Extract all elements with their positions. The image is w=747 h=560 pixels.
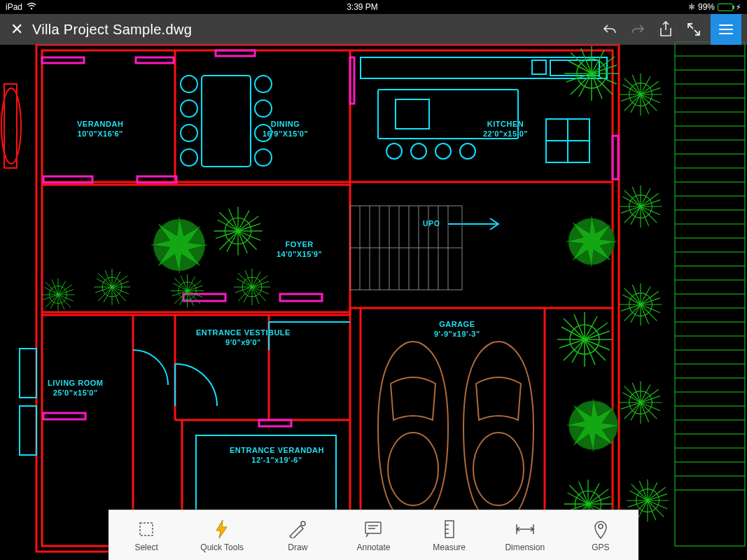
svg-point-37	[255, 125, 272, 141]
svg-point-33	[181, 125, 197, 141]
clock: 3:39 PM	[347, 2, 378, 12]
svg-rect-21	[216, 50, 255, 56]
annotate-icon	[363, 519, 384, 540]
redo-button[interactable]	[624, 15, 652, 43]
svg-rect-29	[613, 136, 618, 179]
app-header: ✕ Villa Project Sample.dwg	[0, 14, 747, 45]
fullscreen-button[interactable]	[680, 15, 708, 43]
svg-point-42	[411, 144, 426, 159]
bottom-toolbar: Select Quick Tools Draw Annotate Measure…	[109, 510, 638, 560]
select-icon	[136, 519, 157, 540]
svg-rect-19	[42, 57, 84, 63]
ios-status-bar: iPad 3:39 PM ✱ 99% ⚡︎	[0, 0, 747, 14]
drawing-canvas[interactable]	[0, 0, 747, 560]
tool-quick-tools[interactable]: Quick Tools	[184, 510, 260, 560]
menu-button[interactable]	[711, 14, 741, 45]
draw-icon	[287, 519, 308, 540]
svg-point-31	[181, 76, 197, 92]
wifi-icon	[27, 2, 36, 12]
measure-icon	[439, 519, 460, 540]
tool-draw[interactable]: Draw	[260, 510, 335, 560]
svg-rect-0	[42, 50, 613, 546]
svg-rect-56	[20, 406, 36, 455]
bluetooth-icon: ✱	[688, 2, 695, 12]
svg-rect-28	[350, 57, 354, 104]
svg-rect-27	[259, 420, 291, 426]
battery-percent: 99%	[698, 2, 715, 12]
svg-rect-55	[20, 349, 36, 398]
svg-rect-25	[280, 294, 322, 301]
svg-point-73	[473, 433, 524, 505]
file-title: Villa Project Sample.dwg	[32, 22, 596, 38]
svg-rect-109	[140, 523, 153, 536]
svg-rect-40	[396, 99, 429, 129]
svg-rect-57	[4, 84, 17, 168]
charging-icon: ⚡︎	[736, 3, 741, 12]
svg-point-38	[255, 149, 272, 166]
tool-annotate[interactable]: Annotate	[335, 510, 411, 560]
tool-gps[interactable]: GPS	[563, 510, 638, 560]
svg-point-35	[255, 76, 272, 92]
battery-icon	[718, 4, 733, 11]
svg-point-34	[181, 149, 197, 166]
hamburger-icon	[719, 24, 733, 34]
svg-rect-23	[137, 176, 176, 183]
label-stair-upo: UPO	[423, 220, 440, 227]
tool-dimension[interactable]: Dimension	[487, 510, 563, 560]
svg-point-41	[386, 144, 402, 159]
svg-rect-20	[136, 57, 174, 63]
svg-rect-22	[43, 176, 92, 183]
bolt-icon	[211, 519, 232, 540]
svg-rect-39	[378, 90, 518, 139]
tool-measure[interactable]: Measure	[412, 510, 487, 560]
close-button[interactable]: ✕	[6, 18, 28, 41]
svg-rect-1	[36, 45, 619, 552]
svg-point-110	[301, 522, 305, 526]
svg-rect-26	[43, 413, 85, 419]
svg-point-44	[460, 144, 475, 159]
share-button[interactable]	[652, 15, 680, 43]
svg-point-43	[435, 144, 451, 159]
svg-rect-47	[550, 60, 599, 76]
undo-button[interactable]	[596, 15, 624, 43]
svg-point-113	[599, 524, 603, 528]
dimension-icon	[515, 519, 536, 540]
tool-select[interactable]: Select	[109, 510, 184, 560]
device-name: iPad	[6, 2, 22, 12]
svg-point-72	[388, 433, 438, 505]
svg-rect-111	[365, 522, 381, 533]
gps-icon	[590, 519, 611, 540]
svg-point-36	[255, 100, 272, 117]
svg-rect-24	[183, 294, 225, 301]
svg-rect-46	[532, 60, 546, 74]
svg-rect-30	[202, 76, 251, 167]
svg-point-32	[181, 100, 197, 117]
